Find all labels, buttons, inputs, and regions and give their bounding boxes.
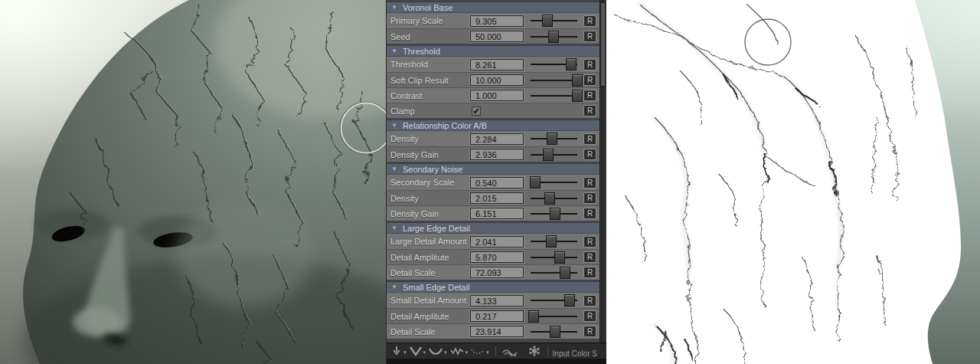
param-label: Detail Amplitute [387, 312, 470, 321]
param-slider[interactable] [529, 147, 579, 162]
param-value-field[interactable]: 9.305 [470, 15, 524, 27]
panel-scrollbar[interactable] [599, 0, 606, 343]
param-value-field[interactable]: 1.000 [470, 90, 524, 101]
sculpt-viewport[interactable] [0, 0, 386, 364]
param-slider[interactable] [529, 191, 579, 205]
param-slider[interactable] [529, 88, 579, 103]
collapse-triangle-icon[interactable]: ▼ [391, 284, 397, 290]
collapse-triangle-icon[interactable]: ▼ [391, 225, 397, 231]
param-slider[interactable] [529, 234, 579, 249]
param-slider[interactable] [529, 324, 579, 339]
param-slider[interactable] [529, 293, 579, 308]
slider-handle[interactable] [543, 149, 554, 161]
param-slider[interactable] [529, 309, 579, 323]
slider-handle[interactable] [546, 235, 557, 248]
param-value-field[interactable]: 0.540 [470, 177, 524, 189]
param-row: Contrast 1.000 R [387, 87, 599, 103]
reset-button[interactable]: R [583, 236, 596, 248]
reset-button[interactable]: R [583, 251, 596, 263]
slider-handle[interactable] [528, 310, 539, 323]
falloff-smooth-icon[interactable] [428, 346, 443, 356]
slider-handle[interactable] [542, 15, 553, 27]
section-header[interactable]: ▼ Voronoi Base [387, 2, 599, 13]
reset-button[interactable]: R [583, 326, 596, 337]
reset-button[interactable]: R [583, 208, 596, 219]
falloff-v-icon[interactable] [409, 346, 423, 356]
reset-button[interactable]: R [583, 192, 596, 204]
reset-button[interactable]: R [583, 295, 596, 307]
param-value-field[interactable]: 10.000 [470, 74, 524, 86]
reset-button[interactable]: R [583, 133, 596, 145]
param-value-field[interactable]: 72.093 [470, 267, 524, 278]
collapse-triangle-icon[interactable]: ▼ [391, 123, 397, 129]
falloff-dotted-icon[interactable] [470, 346, 485, 356]
scrollbar-thumb[interactable] [600, 2, 606, 87]
slider-handle[interactable] [544, 192, 555, 205]
chevron-down-icon[interactable]: ▾ [423, 349, 426, 356]
param-value-field[interactable]: 5.870 [470, 251, 524, 263]
reset-button[interactable]: R [583, 31, 596, 42]
slider-handle[interactable] [566, 58, 577, 71]
mask-viewport[interactable] [606, 0, 980, 364]
param-value-field[interactable]: 2.936 [470, 149, 524, 160]
reset-button[interactable]: R [583, 59, 596, 71]
slider-handle[interactable] [572, 90, 583, 102]
param-slider[interactable] [529, 29, 579, 44]
param-row: Density 2.284 R [387, 131, 599, 146]
slider-handle[interactable] [560, 267, 570, 279]
param-value-field[interactable]: 8.261 [470, 59, 524, 71]
param-slider[interactable] [529, 73, 579, 87]
section-header[interactable]: ▼ Large Edge Detail [387, 222, 599, 234]
param-value-field[interactable]: 2.015 [470, 192, 524, 204]
collapse-triangle-icon[interactable]: ▼ [391, 48, 397, 54]
section-header[interactable]: ▼ Threshold [387, 45, 599, 57]
chevron-down-icon[interactable]: ▾ [486, 349, 489, 356]
param-slider[interactable] [529, 131, 579, 146]
reset-button[interactable]: R [583, 267, 596, 278]
param-value-field[interactable]: 4.133 [470, 295, 524, 307]
section-header[interactable]: ▼ Small Edge Detail [387, 281, 599, 293]
slider-track [531, 154, 577, 156]
slider-handle[interactable] [550, 208, 560, 220]
param-value-field[interactable]: 6.151 [470, 208, 524, 219]
reset-button[interactable]: R [583, 74, 596, 86]
slider-handle[interactable] [547, 133, 557, 145]
section-header[interactable]: ▼ Relationship Color A/B [387, 120, 599, 131]
param-value-field[interactable]: 50.000 [470, 31, 524, 42]
param-value-field[interactable]: 0.217 [470, 310, 524, 322]
param-slider[interactable] [529, 250, 579, 264]
reset-button[interactable]: R [583, 90, 596, 101]
reset-button[interactable]: R [583, 177, 596, 189]
param-row: Detail Amplitute 5.870 R [387, 249, 599, 264]
param-slider[interactable] [529, 265, 579, 280]
falloff-steep-icon[interactable] [390, 346, 403, 356]
reset-button[interactable]: R [583, 149, 596, 160]
chevron-down-icon[interactable]: ▾ [466, 349, 469, 356]
falloff-rough-icon[interactable] [449, 346, 465, 356]
param-slider[interactable] [529, 175, 579, 190]
reset-button[interactable]: R [583, 310, 596, 322]
slider-handle[interactable] [554, 251, 565, 264]
collapse-triangle-icon[interactable]: ▼ [391, 166, 397, 172]
chevron-down-icon[interactable]: ▾ [403, 349, 407, 356]
param-value-field[interactable]: 2.041 [470, 236, 524, 248]
slider-handle[interactable] [572, 74, 583, 87]
param-value-field[interactable]: 2.284 [470, 133, 524, 145]
clamp-checkbox[interactable]: ✔ [472, 107, 481, 116]
section-header[interactable]: ▼ Seondary Noise [387, 163, 599, 175]
stamp-gear-icon[interactable] [527, 345, 542, 357]
reset-button[interactable]: R [583, 105, 596, 116]
slider-handle[interactable] [530, 176, 541, 189]
reset-button[interactable]: R [583, 15, 596, 27]
param-slider[interactable] [529, 206, 579, 221]
chevron-down-icon[interactable]: ▾ [444, 349, 447, 356]
param-slider[interactable] [529, 13, 579, 28]
param-slider[interactable] [529, 57, 579, 72]
slider-handle[interactable] [550, 326, 560, 338]
slider-handle[interactable] [548, 31, 559, 43]
stamp-wave-icon[interactable] [501, 346, 518, 356]
param-row: Density 2.015 R [387, 190, 599, 205]
collapse-triangle-icon[interactable]: ▼ [391, 5, 397, 11]
param-value-field[interactable]: 23.914 [470, 326, 524, 337]
slider-handle[interactable] [564, 294, 575, 307]
